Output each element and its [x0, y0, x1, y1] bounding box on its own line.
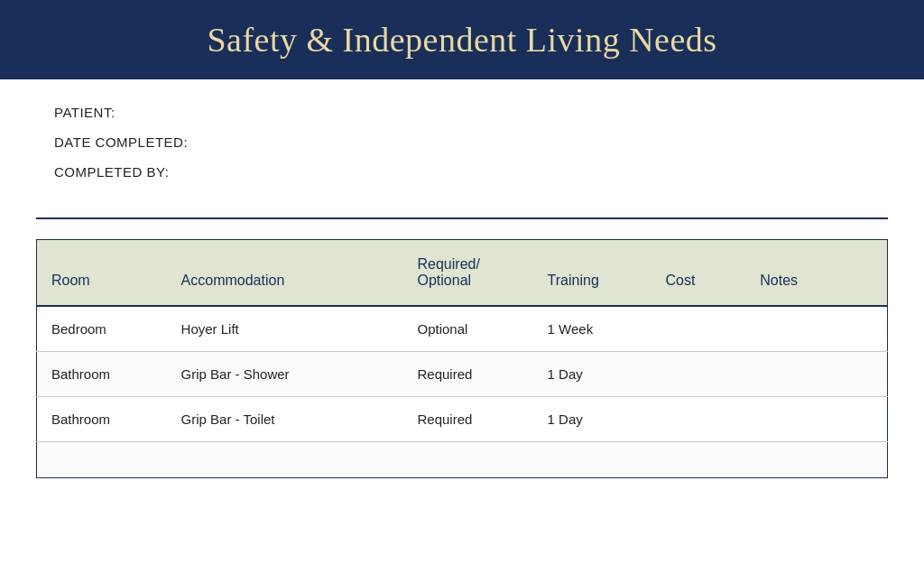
cell-notes — [745, 397, 887, 442]
table-row — [37, 442, 888, 478]
cell-cost — [651, 352, 746, 397]
patient-row: PATIENT: — [54, 105, 870, 120]
date-row: DATE COMPLETED: — [54, 134, 870, 150]
cell-room: Bedroom — [37, 306, 167, 352]
table-section: Room Accommodation Required/Optional Tra… — [0, 239, 924, 505]
cell-required-optional: Required — [403, 352, 533, 397]
cell-notes — [745, 352, 887, 397]
cell-accommodation — [167, 442, 403, 478]
cell-room: Bathroom — [37, 352, 167, 397]
cell-training: 1 Day — [533, 397, 651, 442]
col-header-accommodation: Accommodation — [167, 240, 403, 307]
cell-accommodation: Grip Bar - Shower — [167, 352, 403, 397]
patient-label: PATIENT: — [54, 105, 116, 120]
completed-row: COMPLETED BY: — [54, 164, 870, 180]
cell-notes — [745, 306, 887, 352]
col-header-training: Training — [533, 240, 651, 307]
completed-label: COMPLETED BY: — [54, 164, 169, 180]
col-header-room: Room — [37, 240, 167, 307]
page-wrapper: Safety & Independent Living Needs PATIEN… — [0, 0, 924, 505]
cell-accommodation: Hoyer Lift — [167, 306, 403, 352]
needs-table: Room Accommodation Required/Optional Tra… — [36, 239, 888, 478]
cell-training: 1 Day — [533, 352, 651, 397]
table-row: BathroomGrip Bar - ShowerRequired1 Day — [37, 352, 888, 397]
page-title: Safety & Independent Living Needs — [36, 20, 888, 60]
cell-notes — [745, 442, 887, 478]
cell-cost — [651, 442, 746, 478]
table-row: BathroomGrip Bar - ToiletRequired1 Day — [37, 397, 888, 442]
header-row: Room Accommodation Required/Optional Tra… — [37, 240, 888, 307]
cell-required-optional: Optional — [403, 306, 533, 352]
cell-cost — [651, 397, 746, 442]
cell-room — [37, 442, 167, 478]
cell-required-optional: Required — [403, 397, 533, 442]
cell-cost — [651, 306, 746, 352]
table-header: Room Accommodation Required/Optional Tra… — [37, 240, 888, 307]
patient-info-section: PATIENT: DATE COMPLETED: COMPLETED BY: — [0, 79, 924, 210]
cell-required-optional — [403, 442, 533, 478]
cell-room: Bathroom — [37, 397, 167, 442]
col-header-required-optional: Required/Optional — [403, 240, 533, 307]
cell-training — [533, 442, 651, 478]
col-header-notes: Notes — [745, 240, 887, 307]
table-row: BedroomHoyer LiftOptional1 Week — [37, 306, 888, 352]
date-label: DATE COMPLETED: — [54, 134, 188, 150]
cell-training: 1 Week — [533, 306, 651, 352]
table-body: BedroomHoyer LiftOptional1 WeekBathroomG… — [37, 306, 888, 478]
section-divider — [36, 217, 888, 219]
cell-accommodation: Grip Bar - Toilet — [167, 397, 403, 442]
header-banner: Safety & Independent Living Needs — [0, 0, 924, 79]
col-header-cost: Cost — [651, 240, 746, 307]
